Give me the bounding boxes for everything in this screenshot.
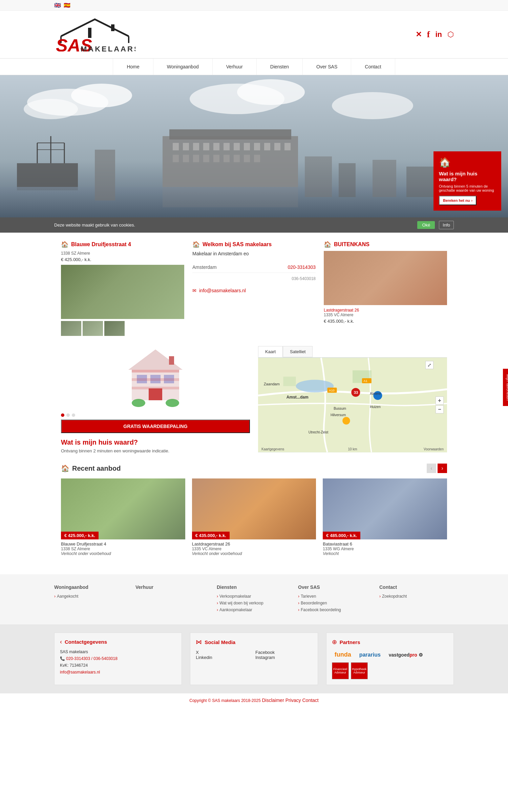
footer-linkedin-link[interactable]: Linkedin bbox=[196, 655, 253, 660]
map-tab-kaart[interactable]: Kaart bbox=[258, 346, 283, 357]
map-container[interactable]: Zaandam Amst...dam 33 Almere Huizen Buss… bbox=[258, 358, 447, 452]
disclaimer-link[interactable]: Disclaimer bbox=[262, 698, 284, 703]
header: SAS MAKELAARS ✕ f in ⬡ bbox=[0, 11, 508, 58]
svg-rect-26 bbox=[224, 143, 230, 150]
recent-image-2[interactable]: € 435.000,- k.k. bbox=[192, 478, 316, 539]
recent-prev-button[interactable]: ‹ bbox=[427, 464, 436, 473]
svg-rect-32 bbox=[284, 143, 291, 150]
recent-nav-buttons: ‹ › bbox=[427, 464, 447, 473]
property-title-1[interactable]: Blauwe Druifjesstraat 4 bbox=[71, 241, 131, 248]
svg-rect-31 bbox=[274, 143, 280, 150]
recent-card-city-3: 1335 WG Almere bbox=[323, 547, 447, 551]
buitenkans-image[interactable] bbox=[324, 251, 447, 305]
cookie-ok-button[interactable]: Oké bbox=[417, 221, 435, 229]
footer-link-beoordelingen[interactable]: Beoordelingen bbox=[298, 601, 373, 605]
logo[interactable]: SAS MAKELAARS bbox=[54, 18, 135, 51]
nav-verhuur[interactable]: Verhuur bbox=[213, 59, 257, 75]
footer-x-link[interactable]: X bbox=[196, 650, 253, 655]
dot-2[interactable] bbox=[66, 413, 70, 417]
footer-link-facebook-beoordeling[interactable]: Facebook beoordeling bbox=[298, 607, 373, 612]
recent-section: 🏠 Recent aanbod ‹ › € 425.000,- k.k. Bla… bbox=[61, 464, 447, 556]
footer-email-link[interactable]: info@sasmakelaars.nl bbox=[60, 670, 100, 675]
flag-es[interactable]: 🇪🇸 bbox=[64, 2, 70, 8]
bereken-button[interactable]: Bereken het nu › bbox=[439, 196, 477, 205]
nav-woningaanbod[interactable]: Woningaanbod bbox=[153, 59, 213, 75]
footer-link-aangekocht[interactable]: Aangekocht bbox=[54, 594, 129, 599]
footer-link-tarieven[interactable]: Tarieven bbox=[298, 594, 373, 599]
twitter-icon[interactable]: ✕ bbox=[416, 30, 422, 39]
recent-price-badge-1: € 425.000,- k.k. bbox=[61, 532, 99, 539]
footer-contactgegevens-title: Contactgegevens bbox=[65, 639, 107, 645]
nav-diensten[interactable]: Diensten bbox=[257, 59, 303, 75]
waarde-house-illustration bbox=[122, 346, 189, 408]
svg-text:Amst...dam: Amst...dam bbox=[287, 395, 309, 400]
property-main-image-1[interactable] bbox=[61, 265, 184, 319]
contact-email[interactable]: info@sasmakelaars.nl bbox=[199, 288, 246, 293]
gratis-waardebepaling-button[interactable]: GRATIS WAARDEBEPALING bbox=[61, 420, 250, 433]
recent-next-button[interactable]: › bbox=[438, 464, 447, 473]
svg-rect-46 bbox=[373, 160, 396, 197]
dot-1[interactable] bbox=[61, 413, 64, 417]
svg-point-11 bbox=[237, 79, 305, 105]
footer-phone-link[interactable]: 020-3314303 / 036-5403018 bbox=[66, 656, 117, 661]
footer-link-zoekopdracht[interactable]: Zoekopdracht bbox=[379, 594, 454, 599]
svg-rect-24 bbox=[203, 143, 209, 150]
recent-section-header: 🏠 Recent aanbod ‹ › bbox=[61, 464, 447, 473]
privacy-link[interactable]: Privacy bbox=[285, 698, 301, 703]
recent-image-1[interactable]: € 425.000,- k.k. bbox=[61, 478, 185, 539]
three-col-section: 🏠 Blauwe Druifjesstraat 4 1338 SZ Almere… bbox=[61, 241, 447, 336]
svg-text:Zaandam: Zaandam bbox=[264, 382, 280, 386]
svg-rect-33 bbox=[173, 155, 179, 162]
map-expand-button[interactable]: ⤢ bbox=[425, 361, 433, 369]
svg-text:33: 33 bbox=[354, 390, 358, 394]
dot-3[interactable] bbox=[72, 413, 75, 417]
home-icon-2: 🏠 bbox=[192, 241, 200, 248]
nav-home[interactable]: Home bbox=[113, 59, 153, 75]
funda-logo[interactable]: funda bbox=[332, 650, 354, 660]
flag-uk[interactable]: 🇬🇧 bbox=[54, 2, 61, 8]
svg-rect-39 bbox=[234, 155, 240, 162]
recent-section-title: Recent aanbod bbox=[72, 465, 121, 472]
recent-card-3: € 485.000,- k.k. Bataviastraat 6 1335 WG… bbox=[323, 478, 447, 556]
footer-link-aankoopmakelaar[interactable]: Aankoopmakelaar bbox=[217, 607, 291, 612]
property-thumb-1a[interactable] bbox=[61, 321, 81, 336]
footer-col-verhuur: Verhuur bbox=[135, 584, 210, 614]
svg-point-55 bbox=[166, 399, 179, 407]
recent-card-status-2: Verkocht onder voorbehoud bbox=[192, 551, 316, 556]
recent-price-badge-3: € 485.000,- k.k. bbox=[323, 532, 360, 539]
pararius-logo[interactable]: pararius bbox=[357, 650, 383, 659]
map-section: Kaart Satelliet Zaandam Amst...dam bbox=[258, 346, 447, 453]
nav-contact[interactable]: Contact bbox=[351, 59, 395, 75]
nav-over-sas[interactable]: Over SAS bbox=[303, 59, 351, 75]
footer-link-verkoopmakelaar[interactable]: Verkoopmakelaar bbox=[217, 594, 291, 599]
facebook-icon[interactable]: f bbox=[427, 29, 430, 40]
svg-rect-23 bbox=[193, 143, 199, 150]
contact-phone-2[interactable]: 036-5403018 bbox=[192, 276, 316, 281]
svg-rect-57 bbox=[132, 370, 179, 372]
house-value-title: Wat is mijn huis waard? bbox=[439, 171, 496, 182]
map-tab-satelliet[interactable]: Satelliet bbox=[283, 346, 313, 357]
map-zoom-out[interactable]: − bbox=[436, 405, 444, 413]
svg-text:A10: A10 bbox=[329, 389, 335, 392]
footer-link-wat-wij-doen[interactable]: Wat wij doen bij verkoop bbox=[217, 601, 291, 605]
map-zoom-in[interactable]: + bbox=[436, 397, 444, 405]
footer-instagram-link[interactable]: Instagram bbox=[255, 655, 312, 660]
contact-footer-link[interactable]: Contact bbox=[302, 698, 318, 703]
footer-facebook-link[interactable]: Facebook bbox=[255, 650, 312, 655]
property-thumb-1b[interactable] bbox=[83, 321, 103, 336]
footer-contact: ‹ Contactgegevens SAS makelaars 📞 020-33… bbox=[0, 624, 508, 693]
instagram-icon[interactable]: ⬡ bbox=[447, 30, 454, 39]
property-thumb-1c[interactable] bbox=[104, 321, 125, 336]
contact-phone-1[interactable]: 020-3314303 bbox=[288, 264, 316, 270]
linkedin-icon[interactable]: in bbox=[435, 30, 442, 39]
vastgoedpro-logo[interactable]: vastgoedpro ⚙ bbox=[386, 651, 426, 659]
svg-rect-27 bbox=[234, 143, 240, 150]
recent-image-3[interactable]: € 485.000,- k.k. bbox=[323, 478, 447, 539]
recent-card-city-2: 1335 VC Almere bbox=[192, 547, 316, 551]
cookie-info-button[interactable]: Info bbox=[439, 221, 454, 229]
svg-marker-48 bbox=[128, 349, 183, 370]
favorites-tab[interactable]: Mijn favorieten bbox=[503, 369, 508, 406]
svg-rect-34 bbox=[183, 155, 189, 162]
recent-title-area: 🏠 Recent aanbod bbox=[61, 464, 121, 472]
svg-point-12 bbox=[332, 92, 413, 119]
